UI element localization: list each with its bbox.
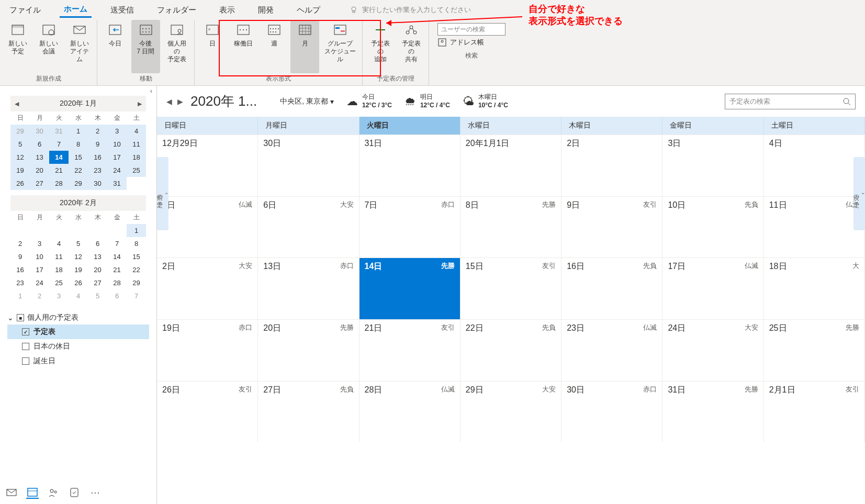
mini-day[interactable]: 21 — [49, 164, 69, 177]
menu-view[interactable]: 表示 — [215, 3, 239, 17]
mini-day[interactable]: 2 — [88, 125, 107, 138]
day-cell[interactable]: 31日先勝 — [662, 382, 763, 443]
prev-period-button[interactable]: ◀ — [166, 97, 172, 106]
mini-day[interactable]: 2 — [10, 237, 30, 250]
mini-day[interactable]: 6 — [88, 237, 107, 250]
day-cell[interactable]: 9日友引 — [561, 197, 662, 258]
mini-day[interactable]: 27 — [88, 276, 107, 289]
day-cell[interactable]: 19日赤口 — [157, 320, 258, 381]
mini-day[interactable]: 1 — [127, 224, 146, 237]
day-cell[interactable]: 6日大安 — [258, 197, 359, 258]
prev-month-button[interactable]: ◀ — [13, 100, 21, 107]
mini-day[interactable]: 16 — [88, 151, 107, 164]
mini-day[interactable]: 3 — [107, 125, 127, 138]
day-cell[interactable]: 29日大安 — [460, 382, 561, 443]
people-icon[interactable] — [47, 486, 60, 499]
checkbox-icon[interactable] — [22, 343, 29, 350]
mini-day[interactable]: 3 — [30, 237, 49, 250]
mini-day[interactable]: 5 — [88, 289, 107, 303]
day-cell[interactable]: 22日先負 — [460, 320, 561, 381]
day-cell[interactable]: 5日仏滅 — [157, 197, 258, 258]
day-cell[interactable]: 25日先勝 — [764, 320, 865, 381]
mini-day[interactable]: 17 — [107, 151, 127, 164]
mini-day[interactable]: 12 — [69, 250, 88, 263]
day-cell[interactable]: 14日先勝 — [360, 258, 460, 319]
mini-day[interactable]: 9 — [10, 250, 30, 263]
mini-day[interactable]: 28 — [107, 276, 127, 289]
mini-day[interactable]: 25 — [49, 276, 69, 289]
mini-day[interactable]: 14 — [107, 250, 127, 263]
day-cell[interactable]: 20日先勝 — [258, 320, 359, 381]
address-book-button[interactable]: アドレス帳 — [437, 38, 505, 47]
mini-day[interactable]: 26 — [10, 177, 30, 190]
day-cell[interactable]: 30日赤口 — [561, 382, 662, 443]
mini-day[interactable]: 30 — [30, 125, 49, 138]
mini-day[interactable]: 19 — [69, 263, 88, 276]
day-cell[interactable]: 21日友引 — [360, 320, 460, 381]
mini-day[interactable]: 4 — [69, 289, 88, 303]
day-cell[interactable]: 7日赤口 — [360, 197, 460, 258]
mini-day[interactable]: 4 — [49, 237, 69, 250]
mini-day[interactable]: 19 — [10, 164, 30, 177]
new-items-button[interactable]: 新しい アイテム — [65, 20, 94, 73]
month-view-button[interactable]: 月 — [290, 20, 319, 73]
mini-day[interactable]: 13 — [88, 250, 107, 263]
calendar-nav-icon[interactable] — [26, 486, 39, 499]
mini-day[interactable]: 5 — [69, 237, 88, 250]
mini-day[interactable]: 29 — [127, 276, 146, 289]
calendar-tree-header[interactable]: ⌄ ■ 個人用の予定表 — [7, 311, 149, 324]
day-cell[interactable]: 16日先負 — [561, 258, 662, 319]
mini-day[interactable]: 17 — [30, 263, 49, 276]
workweek-view-button[interactable]: 稼働日 — [229, 20, 257, 73]
menu-folder[interactable]: フォルダー — [153, 3, 200, 17]
mini-day[interactable]: 18 — [127, 151, 146, 164]
mini-day[interactable]: 9 — [88, 138, 107, 151]
mini-day[interactable]: 31 — [107, 177, 127, 190]
new-meeting-button[interactable]: 新しい 会議 — [34, 20, 63, 73]
mini-day[interactable]: 13 — [30, 151, 49, 164]
day-cell[interactable]: 24日大安 — [662, 320, 763, 381]
mini-day[interactable]: 30 — [88, 177, 107, 190]
day-cell[interactable]: 17日仏滅 — [662, 258, 763, 319]
menu-home[interactable]: ホーム — [60, 2, 92, 18]
day-cell[interactable]: 30日 — [258, 135, 359, 196]
mini-day[interactable]: 18 — [49, 263, 69, 276]
mini-day[interactable]: 20 — [30, 164, 49, 177]
checkbox-icon[interactable] — [22, 357, 29, 365]
next-month-button[interactable]: ▶ — [136, 100, 144, 107]
mini-day[interactable]: 7 — [107, 237, 127, 250]
mini-day[interactable]: 8 — [127, 237, 146, 250]
mail-icon[interactable] — [5, 486, 18, 499]
add-calendar-button[interactable]: 予定表の 追加 — [366, 20, 395, 73]
mini-day[interactable]: 27 — [30, 177, 49, 190]
user-search-input[interactable]: ユーザーの検索 — [437, 23, 505, 36]
next-appointment-tab[interactable]: › 次の予定 — [853, 157, 865, 230]
mini-day[interactable]: 11 — [49, 250, 69, 263]
location-dropdown[interactable]: 中央区, 東京都 ▾ — [280, 97, 334, 106]
menu-dev[interactable]: 開発 — [254, 3, 278, 17]
mini-day[interactable]: 29 — [10, 125, 30, 138]
mini-day[interactable]: 7 — [49, 138, 69, 151]
new-appointment-button[interactable]: 新しい 予定 — [3, 20, 32, 73]
mini-day[interactable]: 25 — [127, 164, 146, 177]
mini-day[interactable]: 14 — [49, 151, 69, 164]
calendar-search-input[interactable]: 予定表の検索 — [725, 94, 856, 109]
mini-day[interactable]: 16 — [10, 263, 30, 276]
today-button[interactable]: 今日 — [100, 20, 129, 73]
mini-day[interactable]: 15 — [127, 250, 146, 263]
mini-day[interactable]: 28 — [49, 177, 69, 190]
menu-help[interactable]: ヘルプ — [293, 3, 324, 17]
personal-calendar-button[interactable]: 個人用の 予定表 — [162, 20, 191, 73]
mini-day[interactable]: 10 — [107, 138, 127, 151]
mini-day[interactable]: 20 — [88, 263, 107, 276]
checkbox-icon[interactable]: ✓ — [22, 328, 29, 335]
calendar-tree-item[interactable]: 誕生日 — [7, 354, 149, 368]
tell-me-box[interactable]: 実行したい作業を入力してください — [350, 5, 471, 15]
day-view-button[interactable]: 日 — [198, 20, 227, 73]
mini-day[interactable]: 12 — [10, 151, 30, 164]
day-cell[interactable]: 12月29日 — [157, 135, 258, 196]
mini-day[interactable]: 21 — [107, 263, 127, 276]
mini-day[interactable]: 2 — [30, 289, 49, 303]
mini-day[interactable]: 31 — [49, 125, 69, 138]
mini-day[interactable]: 5 — [10, 138, 30, 151]
